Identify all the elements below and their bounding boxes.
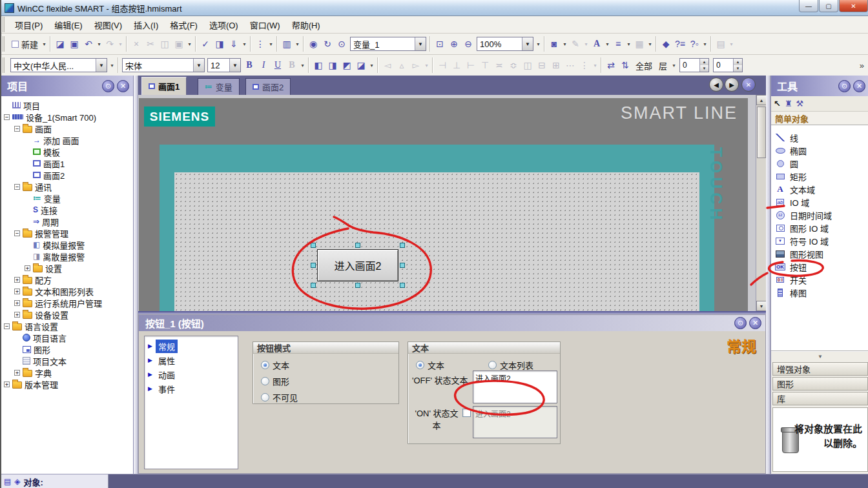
collapse-icon[interactable]: − xyxy=(14,230,20,236)
expand-icon[interactable]: + xyxy=(14,289,20,294)
object-view-icon[interactable]: ◈ xyxy=(14,477,20,486)
transfer-dropdown-icon[interactable]: ▾ xyxy=(241,36,248,52)
menu-item[interactable]: 视图(V) xyxy=(88,16,128,34)
nav-forward-icon[interactable]: ▶ xyxy=(725,77,739,92)
library-icon[interactable]: ◆ xyxy=(659,36,673,52)
bold-icon[interactable]: B xyxy=(242,57,256,73)
tool-item[interactable]: 矩形 xyxy=(774,170,868,183)
radio-icon[interactable] xyxy=(261,377,269,385)
output-view-icon[interactable]: ▤ xyxy=(4,477,11,486)
selection-handle[interactable] xyxy=(311,263,316,268)
screen-editor-canvas[interactable]: SIEMENS SMART LINE TOUCH 进入画面2 xyxy=(138,95,756,311)
collapse-icon[interactable]: − xyxy=(4,114,10,120)
find-next-icon[interactable]: ↻ xyxy=(320,36,335,52)
tree-item[interactable]: 图形 xyxy=(1,343,133,355)
toolbar-overflow-icon[interactable]: » xyxy=(860,61,864,70)
layer-dropdown-icon[interactable]: ▾ xyxy=(670,57,677,73)
help-find-icon[interactable]: ?◦ xyxy=(687,36,701,52)
tree-item[interactable]: S连接 xyxy=(1,204,133,216)
zoom-dropdown-icon[interactable]: ▾ xyxy=(535,36,542,52)
line-style-dropdown-icon[interactable]: ▾ xyxy=(625,36,632,52)
zoom-combo[interactable]: 100%▼ xyxy=(477,37,533,51)
send-backward-icon[interactable]: ⇅ xyxy=(618,57,632,73)
tree-item[interactable]: −设备_1(Smart 700) xyxy=(1,111,133,123)
transfer-icon[interactable]: ⇓ xyxy=(227,36,241,52)
trash-drop-area[interactable]: 将对象放置在此以删除。 xyxy=(772,407,868,472)
fill-dropdown-icon[interactable]: ▾ xyxy=(561,36,568,52)
mode-option[interactable]: 不可见 xyxy=(261,391,298,403)
tree-item[interactable]: +版本管理 xyxy=(1,378,133,390)
tool-item[interactable]: A文本域 xyxy=(774,183,868,196)
properties-nav-item[interactable]: ▶属性 xyxy=(145,353,238,367)
find-icon[interactable]: ◉ xyxy=(306,36,320,52)
scroll-up-icon[interactable]: ▲ xyxy=(756,95,767,105)
properties-nav-item[interactable]: ▶常规 xyxy=(145,339,238,353)
close-icon[interactable]: ✕ xyxy=(853,80,865,92)
toolbar-grip[interactable] xyxy=(3,17,6,32)
tree-item[interactable]: 画面1 xyxy=(1,158,133,169)
selection-handle[interactable] xyxy=(355,243,360,248)
chevron-down-icon[interactable]: ▼ xyxy=(522,37,533,50)
tree-item[interactable]: 画面2 xyxy=(1,169,133,181)
tree-item[interactable]: −画面 xyxy=(1,123,133,134)
new-dropdown-icon[interactable]: ▾ xyxy=(41,36,48,52)
font-combo[interactable]: 宋体▼ xyxy=(122,58,205,72)
spin-up-icon[interactable]: ▲ xyxy=(700,59,708,65)
collapse-chevron-icon[interactable]: ▼ xyxy=(771,352,868,361)
chevron-down-icon[interactable]: ▼ xyxy=(415,37,426,50)
tree-item[interactable]: 模板 xyxy=(1,146,133,158)
tree-item[interactable]: 项目文本 xyxy=(1,355,133,367)
screen-grid[interactable] xyxy=(174,172,699,311)
tab-inactive[interactable]: ≔变量 xyxy=(198,78,240,95)
on-state-checkbox[interactable] xyxy=(462,409,471,417)
collapse-icon[interactable]: − xyxy=(14,184,20,190)
selection-handle[interactable] xyxy=(400,263,405,268)
radio-icon[interactable] xyxy=(261,361,269,369)
tree-item[interactable]: ⇒周期 xyxy=(1,216,133,227)
tree-item[interactable]: +设置 xyxy=(1,262,133,274)
tree-item[interactable]: +设备设置 xyxy=(1,309,133,320)
collapse-icon[interactable]: − xyxy=(14,126,20,132)
tab-inactive[interactable]: 画面2 xyxy=(245,78,291,95)
tree-item[interactable]: +文本和图形列表 xyxy=(1,285,133,297)
radio-icon[interactable] xyxy=(488,361,497,369)
tool-item[interactable]: 12日期时间域 xyxy=(774,208,868,221)
spin-up-icon[interactable]: ▲ xyxy=(734,59,742,65)
save-icon[interactable]: ▣ xyxy=(67,36,81,52)
spin-down-icon[interactable]: ▼ xyxy=(700,65,708,72)
section-bar[interactable]: 增强对象 xyxy=(772,362,868,376)
tree-item[interactable]: 项目语言 xyxy=(1,332,133,343)
scroll-thumb[interactable] xyxy=(757,107,766,158)
compile-icon[interactable]: ◨ xyxy=(212,36,227,52)
pin-icon[interactable]: ⊙ xyxy=(838,80,851,92)
scroll-down-icon[interactable]: ▼ xyxy=(756,301,767,311)
editor-vertical-scrollbar[interactable]: ▲ ▼ xyxy=(756,95,766,311)
canvas-button[interactable]: 进入画面2 xyxy=(317,249,398,281)
pin-icon[interactable]: ⊙ xyxy=(102,80,114,92)
section-bar[interactable]: 图形 xyxy=(772,377,868,391)
mode-option[interactable]: 文本 xyxy=(261,359,289,371)
tree-item[interactable]: +字典 xyxy=(1,367,133,378)
toolbar-grip[interactable] xyxy=(3,57,6,73)
pointer-icon[interactable]: ↖ xyxy=(774,99,781,108)
expand-icon[interactable]: + xyxy=(4,381,10,387)
properties-nav-item[interactable]: ▶事件 xyxy=(145,381,238,396)
tool-item[interactable]: 0 I开关 xyxy=(774,273,868,286)
text-direction-down-icon[interactable]: ◪ xyxy=(354,57,368,73)
menu-item[interactable]: 插入(I) xyxy=(128,16,164,34)
menu-item[interactable]: 项目(P) xyxy=(9,16,48,34)
chevron-down-icon[interactable]: ▼ xyxy=(193,59,204,72)
expand-icon[interactable]: + xyxy=(14,300,20,306)
bring-forward-icon[interactable]: ⇄ xyxy=(604,57,618,73)
text-direction-left-icon[interactable]: ◧ xyxy=(311,57,326,73)
radio-icon[interactable] xyxy=(261,393,269,402)
close-icon[interactable]: ✕ xyxy=(117,80,129,92)
tool-item[interactable]: 图形视图 xyxy=(774,247,868,260)
paste-dropdown-icon[interactable]: ▾ xyxy=(186,36,193,52)
collapse-icon[interactable]: − xyxy=(4,323,10,329)
maximize-button[interactable]: ▢ xyxy=(819,0,838,12)
tree-item[interactable]: ◨离散量报警 xyxy=(1,250,133,262)
on-state-text-input[interactable]: 进入画面2 xyxy=(473,406,557,438)
underline-icon[interactable]: U xyxy=(271,57,285,73)
selection-box[interactable]: 进入画面2 xyxy=(313,245,402,285)
